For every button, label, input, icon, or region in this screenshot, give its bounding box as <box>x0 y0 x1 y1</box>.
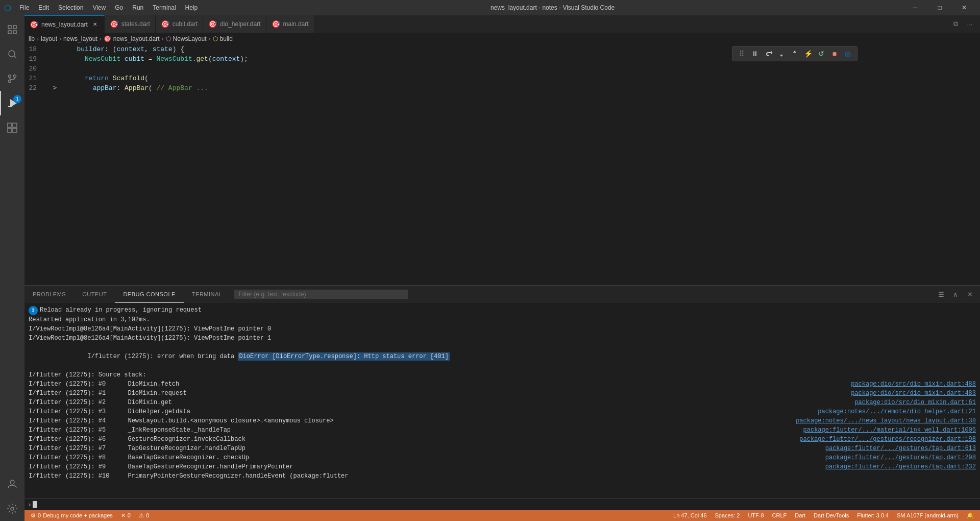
error-text-before: I/flutter (12275): error when bring data <box>87 353 238 360</box>
debug-pause-button[interactable]: ⏸ <box>749 48 761 60</box>
debug-toolbar: ⠿ ⏸ ⚡ ↺ ■ <box>732 46 857 61</box>
console-text: Restarted application in 3,102ms. <box>29 315 976 324</box>
source-link[interactable]: package:flutter/.../gestures/recognizer.… <box>799 435 976 444</box>
sidebar-item-explorer[interactable] <box>0 17 24 42</box>
console-text: I/flutter (12275): #7 TapGestureRecogniz… <box>29 444 246 453</box>
status-warnings[interactable]: ⚠ 0 <box>137 512 151 519</box>
status-device[interactable]: SM A107F (android-arm) <box>895 512 961 518</box>
maximize-button[interactable]: □ <box>928 0 951 15</box>
svg-rect-3 <box>13 31 16 34</box>
menu-edit[interactable]: Edit <box>34 3 53 12</box>
menu-view[interactable]: View <box>88 3 110 12</box>
breadcrumb-filename[interactable]: news_layout.dart <box>113 35 160 42</box>
close-button[interactable]: ✕ <box>952 0 976 15</box>
tab-main-dart[interactable]: 🎯 main.dart <box>266 15 314 33</box>
panel-tab-terminal[interactable]: TERMINAL <box>184 286 231 303</box>
tab-label: cubit.dart <box>173 20 198 28</box>
breadcrumb-file[interactable]: 🎯 <box>104 35 111 42</box>
source-link[interactable]: package:notes/.../remote/dio_helper.dart… <box>818 407 976 416</box>
sidebar-item-search[interactable] <box>0 42 24 66</box>
tab-dio-helper-dart[interactable]: 🎯 dio_helper.dart <box>203 15 266 33</box>
panel-close-button[interactable]: ✕ <box>964 288 976 300</box>
debug-restart-button[interactable]: ↺ <box>815 48 827 60</box>
debug-step-out-button[interactable] <box>789 48 801 60</box>
console-line-source: I/flutter (12275): #7 TapGestureRecogniz… <box>24 444 980 453</box>
console-text: I/flutter (12275): #5 _InkResponseState.… <box>29 425 231 435</box>
menu-run[interactable]: Run <box>128 3 148 12</box>
console-line-source: I/flutter (12275): #9 BaseTapGestureReco… <box>24 462 980 471</box>
status-errors[interactable]: ✕ 0 <box>119 512 133 519</box>
panel-tab-output[interactable]: OUTPUT <box>74 286 115 303</box>
status-notifications[interactable]: 🔔 <box>965 512 976 519</box>
menu-selection[interactable]: Selection <box>54 3 87 12</box>
breadcrumb-news-layout-folder[interactable]: news_layout <box>63 35 97 42</box>
dart-file-icon: 🎯 <box>208 20 217 28</box>
breadcrumb-class[interactable]: NewsLayout <box>173 35 207 42</box>
tab-cubit-dart[interactable]: 🎯 cubit.dart <box>156 15 203 33</box>
debug-step-into-button[interactable] <box>775 48 788 60</box>
sidebar-item-accounts[interactable] <box>0 472 24 496</box>
panel-content: 3 Reload already in progress, ignoring r… <box>24 303 980 510</box>
menu-terminal[interactable]: Terminal <box>149 3 180 12</box>
console-input-cursor <box>33 501 37 508</box>
debug-inspect-button[interactable]: ◎ <box>842 48 854 60</box>
sidebar-item-run-debug[interactable]: 1 <box>0 91 24 115</box>
code-line-21: 21 return Scaffold( <box>24 74 980 83</box>
console-line: 3 Reload already in progress, ignoring r… <box>24 305 980 315</box>
status-language[interactable]: Dart <box>793 512 807 518</box>
console-badge-icon: 3 <box>29 306 38 315</box>
menu-bar: File Edit Selection View Go Run Terminal… <box>15 3 202 12</box>
run-debug-badge: 1 <box>13 95 21 103</box>
panel-list-view-button[interactable]: ☰ <box>935 288 947 300</box>
status-language-text: Dart <box>795 512 805 518</box>
status-spaces[interactable]: Spaces: 2 <box>713 512 742 518</box>
panel-filter-input[interactable] <box>234 290 408 299</box>
code-line-22: 22 > appBar: AppBar( // AppBar ... <box>24 83 980 93</box>
sidebar-item-extensions[interactable] <box>0 115 24 140</box>
source-link[interactable]: package:flutter/.../material/ink_well.da… <box>803 425 976 435</box>
source-link[interactable]: package:dio/src/dio_mixin.dart:483 <box>851 389 976 398</box>
more-actions-button[interactable]: ··· <box>964 18 976 30</box>
tab-states-dart[interactable]: 🎯 states.dart <box>105 15 156 33</box>
status-line-endings[interactable]: CRLF <box>770 512 789 518</box>
tab-close-button[interactable]: ✕ <box>91 20 99 29</box>
status-position[interactable]: Ln 47, Col 46 <box>671 512 708 518</box>
status-debug-label[interactable]: ⚙ 0 Debug my code + packages <box>29 512 115 519</box>
tab-news-layout-dart[interactable]: 🎯 news_layout.dart ✕ <box>24 15 105 33</box>
debug-step-over-button[interactable] <box>762 48 774 60</box>
menu-help[interactable]: Help <box>181 3 202 12</box>
sidebar-item-source-control[interactable] <box>0 66 24 91</box>
source-link[interactable]: package:dio/src/dio_mixin.dart:61 <box>854 398 976 407</box>
tab-bar: 🎯 news_layout.dart ✕ 🎯 states.dart 🎯 cub… <box>24 15 980 33</box>
debug-hot-reload-button[interactable]: ⚡ <box>802 48 814 60</box>
panel-tab-problems[interactable]: PROBLEMS <box>24 286 74 303</box>
panel-collapse-button[interactable]: ∧ <box>949 288 962 300</box>
svg-point-6 <box>9 75 11 78</box>
menu-go[interactable]: Go <box>111 3 127 12</box>
code-line-20: 20 <box>24 64 980 74</box>
source-link[interactable]: package:flutter/.../gestures/tap.dart:23… <box>825 462 976 471</box>
debug-stop-button[interactable]: ■ <box>828 48 841 60</box>
source-link[interactable]: package:notes/.../news_layout/news_layou… <box>796 416 976 425</box>
sidebar-item-settings[interactable] <box>0 496 24 521</box>
panel-tab-debug-console[interactable]: DEBUG CONSOLE <box>115 286 183 303</box>
debug-drag-handle[interactable]: ⠿ <box>736 48 748 60</box>
source-link[interactable]: package:dio/src/dio_mixin.dart:488 <box>851 380 976 389</box>
status-encoding[interactable]: UTF-8 <box>746 512 766 518</box>
code-lines: 18 builder: (context, state) { 19 NewsCu… <box>24 44 980 285</box>
error-icon: ✕ <box>121 512 126 519</box>
source-link[interactable]: package:flutter/.../gestures/tap.dart:61… <box>825 444 976 453</box>
breadcrumb-layout[interactable]: layout <box>41 35 57 42</box>
status-dart-devtools[interactable]: Dart DevTools <box>812 512 851 518</box>
source-link[interactable]: package:flutter/.../gestures/tap.dart:29… <box>825 453 976 462</box>
status-flutter-version[interactable]: Flutter: 3.0.4 <box>855 512 891 518</box>
console-caret-icon: › <box>29 501 31 508</box>
status-device-text: SM A107F (android-arm) <box>897 512 959 518</box>
split-editor-button[interactable]: ⧉ <box>949 18 962 30</box>
minimize-button[interactable]: ─ <box>903 0 927 15</box>
menu-file[interactable]: File <box>15 3 33 12</box>
breadcrumb-lib[interactable]: lib <box>29 35 35 42</box>
breadcrumb-method[interactable]: build <box>220 35 233 42</box>
window-controls: ─ □ ✕ <box>903 0 976 15</box>
svg-rect-10 <box>8 106 12 107</box>
